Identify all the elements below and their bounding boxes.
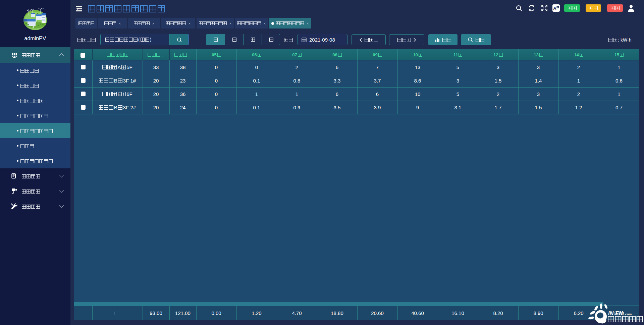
svg-text:IN-EN: IN-EN [608, 311, 623, 316]
svg-text:A: A [553, 6, 556, 11]
svg-text:.com: .com [624, 312, 632, 316]
